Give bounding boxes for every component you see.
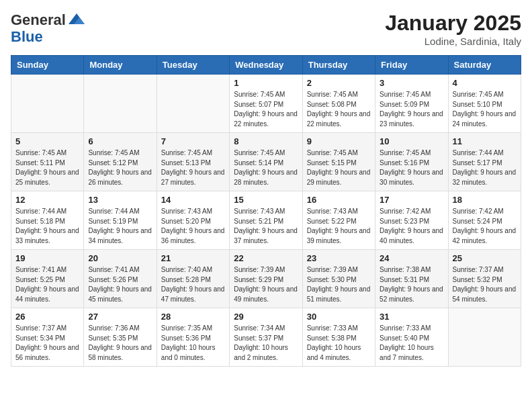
day-info: Sunrise: 7:43 AM Sunset: 5:22 PM Dayligh… — [307, 207, 371, 246]
day-number: 17 — [380, 195, 443, 205]
weekday-tuesday: Tuesday — [157, 56, 229, 75]
calendar-table: SundayMondayTuesdayWednesdayThursdayFrid… — [11, 55, 521, 367]
day-number: 2 — [307, 78, 371, 88]
day-number: 23 — [307, 253, 371, 263]
day-number: 6 — [88, 136, 152, 146]
day-number: 18 — [453, 195, 517, 205]
day-info: Sunrise: 7:36 AM Sunset: 5:35 PM Dayligh… — [88, 324, 152, 363]
calendar-week-3: 12Sunrise: 7:44 AM Sunset: 5:18 PM Dayli… — [11, 191, 521, 250]
calendar-day-19: 19Sunrise: 7:41 AM Sunset: 5:25 PM Dayli… — [11, 250, 84, 308]
day-number: 9 — [307, 136, 371, 146]
weekday-thursday: Thursday — [302, 56, 375, 75]
day-info: Sunrise: 7:37 AM Sunset: 5:34 PM Dayligh… — [15, 324, 79, 363]
calendar-week-4: 19Sunrise: 7:41 AM Sunset: 5:25 PM Dayli… — [11, 250, 521, 308]
day-info: Sunrise: 7:45 AM Sunset: 5:13 PM Dayligh… — [161, 148, 225, 187]
day-info: Sunrise: 7:33 AM Sunset: 5:38 PM Dayligh… — [307, 324, 371, 363]
calendar-day-5: 5Sunrise: 7:45 AM Sunset: 5:11 PM Daylig… — [11, 133, 84, 191]
calendar-day-20: 20Sunrise: 7:41 AM Sunset: 5:26 PM Dayli… — [84, 250, 157, 308]
day-info: Sunrise: 7:42 AM Sunset: 5:23 PM Dayligh… — [380, 207, 443, 246]
day-info: Sunrise: 7:45 AM Sunset: 5:07 PM Dayligh… — [234, 90, 298, 129]
day-info: Sunrise: 7:44 AM Sunset: 5:17 PM Dayligh… — [453, 148, 517, 187]
day-info: Sunrise: 7:33 AM Sunset: 5:40 PM Dayligh… — [380, 324, 443, 363]
day-info: Sunrise: 7:45 AM Sunset: 5:15 PM Dayligh… — [307, 148, 371, 187]
day-number: 25 — [453, 253, 517, 263]
day-info: Sunrise: 7:34 AM Sunset: 5:37 PM Dayligh… — [234, 324, 298, 363]
location-title: Lodine, Sardinia, Italy — [385, 36, 521, 47]
day-info: Sunrise: 7:44 AM Sunset: 5:18 PM Dayligh… — [15, 207, 79, 246]
title-block: January 2025 Lodine, Sardinia, Italy — [385, 11, 521, 47]
day-info: Sunrise: 7:40 AM Sunset: 5:28 PM Dayligh… — [161, 265, 225, 304]
day-number: 22 — [234, 253, 298, 263]
calendar-day-10: 10Sunrise: 7:45 AM Sunset: 5:16 PM Dayli… — [375, 133, 448, 191]
day-info: Sunrise: 7:45 AM Sunset: 5:16 PM Dayligh… — [380, 148, 443, 187]
day-number: 7 — [161, 136, 225, 146]
day-info: Sunrise: 7:45 AM Sunset: 5:14 PM Dayligh… — [234, 148, 298, 187]
calendar-week-1: 1Sunrise: 7:45 AM Sunset: 5:07 PM Daylig… — [11, 75, 521, 133]
weekday-header-row: SundayMondayTuesdayWednesdayThursdayFrid… — [11, 56, 521, 75]
calendar-day-24: 24Sunrise: 7:38 AM Sunset: 5:31 PM Dayli… — [375, 250, 448, 308]
logo-icon — [67, 11, 86, 30]
day-info: Sunrise: 7:45 AM Sunset: 5:10 PM Dayligh… — [453, 90, 517, 129]
calendar-empty — [11, 75, 84, 133]
day-info: Sunrise: 7:38 AM Sunset: 5:31 PM Dayligh… — [380, 265, 443, 304]
calendar-day-12: 12Sunrise: 7:44 AM Sunset: 5:18 PM Dayli… — [11, 191, 84, 250]
day-info: Sunrise: 7:44 AM Sunset: 5:19 PM Dayligh… — [88, 207, 152, 246]
calendar-body: 1Sunrise: 7:45 AM Sunset: 5:07 PM Daylig… — [11, 75, 521, 367]
logo-general: General — [11, 13, 66, 28]
day-number: 21 — [161, 253, 225, 263]
calendar-day-1: 1Sunrise: 7:45 AM Sunset: 5:07 PM Daylig… — [230, 75, 302, 133]
day-info: Sunrise: 7:45 AM Sunset: 5:08 PM Dayligh… — [307, 90, 371, 129]
logo-blue: Blue — [11, 30, 86, 44]
page-header: General Blue January 2025 Lodine, Sardin… — [11, 11, 521, 47]
day-info: Sunrise: 7:37 AM Sunset: 5:32 PM Dayligh… — [453, 265, 517, 304]
calendar-day-18: 18Sunrise: 7:42 AM Sunset: 5:24 PM Dayli… — [448, 191, 521, 250]
day-number: 24 — [380, 253, 443, 263]
day-number: 31 — [380, 312, 443, 322]
calendar-day-9: 9Sunrise: 7:45 AM Sunset: 5:15 PM Daylig… — [302, 133, 375, 191]
calendar-day-13: 13Sunrise: 7:44 AM Sunset: 5:19 PM Dayli… — [84, 191, 157, 250]
calendar-day-21: 21Sunrise: 7:40 AM Sunset: 5:28 PM Dayli… — [157, 250, 229, 308]
weekday-friday: Friday — [375, 56, 448, 75]
day-info: Sunrise: 7:39 AM Sunset: 5:29 PM Dayligh… — [234, 265, 298, 304]
day-info: Sunrise: 7:45 AM Sunset: 5:12 PM Dayligh… — [88, 148, 152, 187]
day-info: Sunrise: 7:45 AM Sunset: 5:09 PM Dayligh… — [380, 90, 443, 129]
day-number: 29 — [234, 312, 298, 322]
day-info: Sunrise: 7:41 AM Sunset: 5:26 PM Dayligh… — [88, 265, 152, 304]
calendar-day-8: 8Sunrise: 7:45 AM Sunset: 5:14 PM Daylig… — [230, 133, 302, 191]
weekday-wednesday: Wednesday — [230, 56, 302, 75]
calendar-day-31: 31Sunrise: 7:33 AM Sunset: 5:40 PM Dayli… — [375, 308, 448, 367]
day-number: 5 — [15, 136, 79, 146]
calendar-day-7: 7Sunrise: 7:45 AM Sunset: 5:13 PM Daylig… — [157, 133, 229, 191]
day-number: 12 — [15, 195, 79, 205]
day-number: 13 — [88, 195, 152, 205]
day-number: 28 — [161, 312, 225, 322]
logo: General Blue — [11, 11, 86, 44]
day-number: 1 — [234, 78, 298, 88]
calendar-day-28: 28Sunrise: 7:35 AM Sunset: 5:36 PM Dayli… — [157, 308, 229, 367]
weekday-sunday: Sunday — [11, 56, 84, 75]
day-number: 8 — [234, 136, 298, 146]
calendar-week-5: 26Sunrise: 7:37 AM Sunset: 5:34 PM Dayli… — [11, 308, 521, 367]
calendar-day-6: 6Sunrise: 7:45 AM Sunset: 5:12 PM Daylig… — [84, 133, 157, 191]
calendar-day-23: 23Sunrise: 7:39 AM Sunset: 5:30 PM Dayli… — [302, 250, 375, 308]
day-number: 19 — [15, 253, 79, 263]
weekday-saturday: Saturday — [448, 56, 521, 75]
day-number: 16 — [307, 195, 371, 205]
calendar-day-11: 11Sunrise: 7:44 AM Sunset: 5:17 PM Dayli… — [448, 133, 521, 191]
calendar-day-26: 26Sunrise: 7:37 AM Sunset: 5:34 PM Dayli… — [11, 308, 84, 367]
calendar-day-15: 15Sunrise: 7:43 AM Sunset: 5:21 PM Dayli… — [230, 191, 302, 250]
day-number: 11 — [453, 136, 517, 146]
calendar-empty — [84, 75, 157, 133]
calendar-week-2: 5Sunrise: 7:45 AM Sunset: 5:11 PM Daylig… — [11, 133, 521, 191]
weekday-monday: Monday — [84, 56, 157, 75]
calendar-day-30: 30Sunrise: 7:33 AM Sunset: 5:38 PM Dayli… — [302, 308, 375, 367]
day-number: 15 — [234, 195, 298, 205]
day-number: 3 — [380, 78, 443, 88]
day-info: Sunrise: 7:35 AM Sunset: 5:36 PM Dayligh… — [161, 324, 225, 363]
calendar-day-25: 25Sunrise: 7:37 AM Sunset: 5:32 PM Dayli… — [448, 250, 521, 308]
day-number: 30 — [307, 312, 371, 322]
day-info: Sunrise: 7:41 AM Sunset: 5:25 PM Dayligh… — [15, 265, 79, 304]
day-number: 10 — [380, 136, 443, 146]
day-info: Sunrise: 7:45 AM Sunset: 5:11 PM Dayligh… — [15, 148, 79, 187]
calendar-day-2: 2Sunrise: 7:45 AM Sunset: 5:08 PM Daylig… — [302, 75, 375, 133]
